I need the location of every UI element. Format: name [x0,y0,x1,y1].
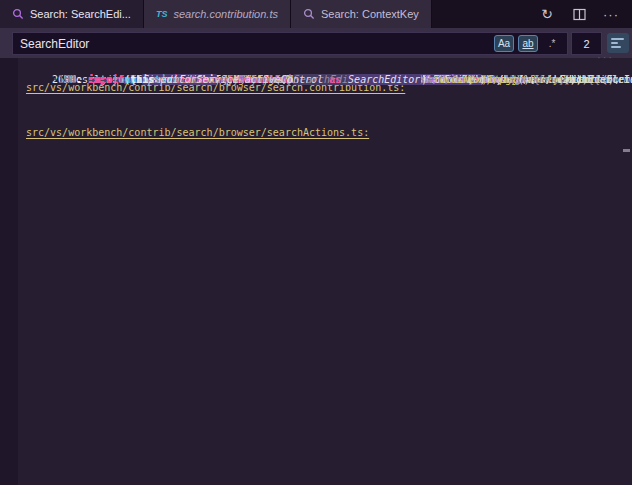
tab-bar: Search: SearchEdi... TS search.contribut… [0,0,632,28]
tab-label: Search: ContextKey [321,8,419,20]
more-actions-icon[interactable]: ··· [602,5,620,23]
search-toggles: Aa ab .* [494,35,567,52]
tab-search-searcheditor[interactable]: Search: SearchEdi... [0,0,144,28]
vscode-search-editor-window: { "tab_bar": { "tabs": [ {"label": "Sear… [0,0,632,485]
toggle-search-details-button[interactable] [607,33,629,53]
tab-search-contextkey[interactable]: Search: ContextKey [291,0,432,28]
details-line-icon [611,38,624,40]
search-query-text: SearchEditor [13,37,494,51]
whole-word-toggle[interactable]: ab [518,35,538,52]
search-icon [12,8,24,20]
overflow-dots: ··· [597,51,614,63]
blank-line [26,140,632,155]
editor-gutter [0,58,18,485]
search-icon [303,8,315,20]
typescript-icon: TS [156,9,168,19]
refresh-icon[interactable]: ↻ [538,5,556,23]
code-line: ·101·· [52,72,632,87]
tab-label: search.contribution.ts [173,8,278,20]
blank-line [26,95,632,110]
details-line-icon [611,42,618,44]
search-query-row: SearchEditor Aa ab .* 2 [0,28,632,58]
results-code: 26 results - 5 filessrc/vs/workbench/con… [26,65,632,155]
search-query-input[interactable]: SearchEditor Aa ab .* [12,32,568,55]
tab-label: Search: SearchEdi... [30,8,131,20]
tab-search-contribution-ts[interactable]: TS search.contribution.ts [144,0,291,28]
file-link[interactable]: src/vs/workbench/contrib/search/browser/… [26,125,632,140]
details-line-icon [611,46,621,48]
split-editor-icon[interactable] [570,5,588,23]
blank-line [26,110,632,125]
regex-toggle[interactable]: .* [542,35,562,52]
match-case-toggle[interactable]: Aa [494,35,514,52]
editor-actions: ↻ ··· [538,0,632,28]
search-results-editor[interactable]: 26 results - 5 filessrc/vs/workbench/con… [0,58,632,485]
overview-ruler-mark [623,149,630,152]
